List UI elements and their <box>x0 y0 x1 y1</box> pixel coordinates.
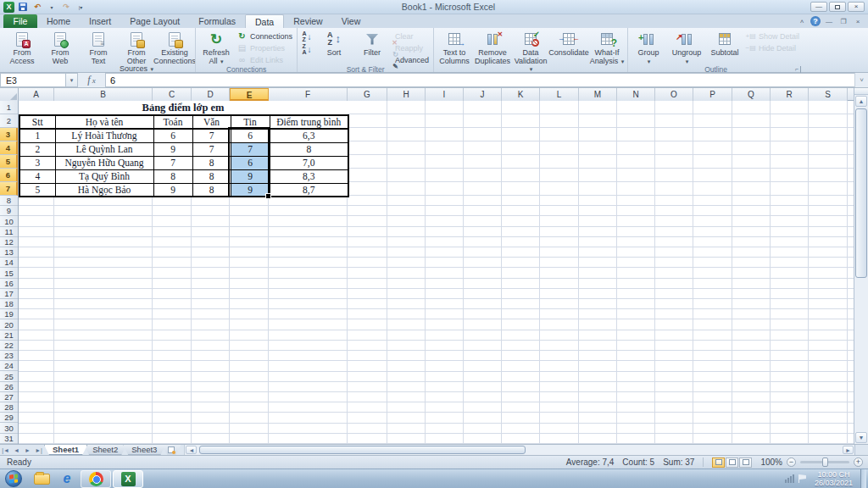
row-header-4[interactable]: 4 <box>0 141 18 155</box>
scroll-right-button[interactable]: ► <box>843 446 854 454</box>
table-cell[interactable]: 9 <box>231 169 270 183</box>
ribbon-tab-home[interactable]: Home <box>37 14 80 28</box>
ribbon-tab-review[interactable]: Review <box>284 14 331 28</box>
file-tab[interactable]: File <box>3 14 37 28</box>
table-cell[interactable]: 8 <box>192 156 231 169</box>
horizontal-scroll-thumb[interactable] <box>199 446 526 454</box>
save-button[interactable] <box>17 2 29 13</box>
table-cell[interactable]: Tạ Quý Bình <box>55 169 153 183</box>
horizontal-scrollbar[interactable]: ◄ ► <box>184 445 854 455</box>
sheet-tab-sheet1[interactable]: Sheet1 <box>44 445 87 455</box>
row-header-18[interactable]: 18 <box>0 299 18 309</box>
column-header-S[interactable]: S <box>809 88 848 101</box>
workbook-restore-button[interactable]: ❐ <box>837 17 849 26</box>
redo-button[interactable]: ↷ <box>60 2 72 13</box>
table-cell[interactable]: Nguyễn Hữu Quang <box>55 156 153 169</box>
collapse-ribbon-button[interactable]: ˄ <box>796 17 808 26</box>
table-cell[interactable]: 4 <box>19 169 55 183</box>
scroll-left-button[interactable]: ◄ <box>186 446 197 454</box>
refresh-all-button[interactable]: ↻RefreshAll ▾ <box>198 29 235 65</box>
column-header-L[interactable]: L <box>540 88 579 101</box>
row-header-9[interactable]: 9 <box>0 206 18 216</box>
subtotal-button[interactable]: Subtotal <box>706 29 743 58</box>
column-header-J[interactable]: J <box>464 88 502 101</box>
show-detail-button[interactable]: +▤Show Detail <box>744 30 802 42</box>
vertical-scroll-thumb[interactable] <box>855 108 867 278</box>
table-cell[interactable]: 7,0 <box>270 156 348 169</box>
table-cell[interactable]: 6,3 <box>270 129 348 142</box>
row-header-23[interactable]: 23 <box>0 351 18 361</box>
ribbon-tab-data[interactable]: Data <box>245 14 284 28</box>
excel-logo-icon[interactable]: X <box>3 2 14 13</box>
remove-duplicates-button[interactable]: ✕RemoveDuplicates <box>474 29 511 65</box>
table-cell[interactable]: 5 <box>19 183 55 197</box>
taskbar-chrome-button[interactable] <box>81 470 111 488</box>
consolidate-button[interactable]: →←Consolidate <box>550 29 587 58</box>
table-header-cell[interactable]: Tin <box>231 115 270 129</box>
last-sheet-button[interactable]: ►| <box>33 445 44 455</box>
zoom-in-button[interactable]: + <box>854 458 863 467</box>
data-validation-button[interactable]: ✓DataValidation ▾ <box>512 29 549 74</box>
row-header-14[interactable]: 14 <box>0 258 18 268</box>
table-cell[interactable]: 7 <box>192 142 231 156</box>
table-cell[interactable]: 8 <box>153 169 192 183</box>
row-header-25[interactable]: 25 <box>0 371 18 381</box>
table-cell[interactable]: 1 <box>19 129 55 142</box>
row-header-10[interactable]: 10 <box>0 216 18 226</box>
first-sheet-button[interactable]: |◄ <box>0 445 11 455</box>
hide-detail-button[interactable]: −▤Hide Detail <box>744 42 802 53</box>
grade-table[interactable]: SttHọ và tênToánVănTinĐiểm trung bình1Lý… <box>19 114 349 197</box>
ribbon-tab-view[interactable]: View <box>332 14 370 28</box>
view-normal-button[interactable] <box>712 458 725 468</box>
table-cell[interactable]: 8,3 <box>270 169 348 183</box>
table-cell[interactable]: Hà Ngọc Bảo <box>55 183 153 197</box>
clear-filter-button[interactable]: ✕Clear <box>392 30 431 42</box>
table-title[interactable]: Bảng điểm lớp em <box>19 101 348 114</box>
ribbon-tab-formulas[interactable]: Formulas <box>189 14 245 28</box>
column-header-A[interactable]: A <box>19 88 54 101</box>
action-center-icon[interactable] <box>798 474 807 483</box>
row-header-20[interactable]: 20 <box>0 319 18 330</box>
vertical-scrollbar[interactable]: ▲ ▼ <box>854 88 868 444</box>
table-cell[interactable]: Lý Hoài Thương <box>55 129 153 142</box>
name-box-dropdown-button[interactable]: ▾ <box>66 73 78 87</box>
connections-button[interactable]: ↻Connections <box>236 30 295 42</box>
row-header-16[interactable]: 16 <box>0 279 18 289</box>
from-other-sources-button[interactable]: From OtherSources ▾ <box>118 29 155 74</box>
table-header-cell[interactable]: Stt <box>19 115 55 129</box>
select-all-button[interactable] <box>0 88 19 101</box>
column-header-K[interactable]: K <box>502 88 540 101</box>
qat-customize-button[interactable]: |▾ <box>75 2 86 13</box>
undo-button[interactable]: ↶ <box>31 2 43 13</box>
insert-function-button[interactable]: fx <box>78 73 105 87</box>
scroll-up-button[interactable]: ▲ <box>855 96 867 107</box>
prev-sheet-button[interactable]: ◄ <box>11 445 22 455</box>
properties-button[interactable]: ▤Properties <box>236 42 295 53</box>
formula-input[interactable]: 6 <box>105 73 854 87</box>
row-header-24[interactable]: 24 <box>0 361 18 371</box>
workbook-close-button[interactable]: × <box>852 17 864 26</box>
column-header-B[interactable]: B <box>54 88 153 101</box>
column-header-O[interactable]: O <box>655 88 693 101</box>
column-header-I[interactable]: I <box>426 88 464 101</box>
restore-button[interactable] <box>829 2 846 12</box>
zoom-out-button[interactable]: − <box>787 458 796 467</box>
row-header-21[interactable]: 21 <box>0 330 18 341</box>
column-header-E[interactable]: E <box>230 88 269 101</box>
row-header-1[interactable]: 1 <box>0 101 18 114</box>
column-header-P[interactable]: P <box>693 88 732 101</box>
table-cell[interactable]: 7 <box>192 129 231 142</box>
existing-connections-button[interactable]: ExistingConnections <box>156 29 193 65</box>
from-text-button[interactable]: ≡FromText <box>80 29 117 65</box>
row-header-19[interactable]: 19 <box>0 309 18 319</box>
row-header-7[interactable]: 7 <box>0 182 18 196</box>
start-button[interactable] <box>5 470 22 487</box>
table-header-cell[interactable]: Họ và tên <box>55 115 153 129</box>
help-button[interactable]: ? <box>810 16 821 26</box>
row-header-6[interactable]: 6 <box>0 169 18 182</box>
column-header-R[interactable]: R <box>771 88 809 101</box>
view-page-layout-button[interactable] <box>726 458 738 468</box>
zoom-slider[interactable] <box>800 461 849 463</box>
row-header-31[interactable]: 31 <box>0 434 18 444</box>
from-access-button[interactable]: AFromAccess <box>3 29 41 65</box>
